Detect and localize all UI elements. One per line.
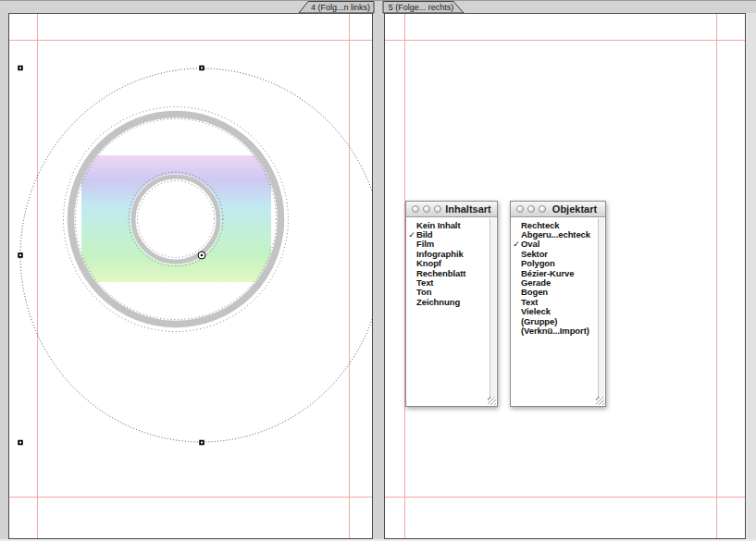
tab-page-4-label[interactable]: 4 (Folg...n links) — [311, 3, 370, 12]
palette-title: Inhaltsart — [445, 203, 493, 215]
cd-image-object[interactable] — [64, 107, 289, 332]
palette-item[interactable]: Text — [512, 297, 598, 306]
palette-item[interactable]: Sektor — [512, 249, 598, 258]
checkmark-icon: ✓ — [512, 240, 521, 249]
minimize-button[interactable] — [527, 205, 535, 213]
selection-handle-bottom-center[interactable] — [199, 440, 204, 446]
selection-handle-top-left[interactable] — [18, 66, 23, 71]
resize-grip-icon[interactable] — [488, 397, 496, 405]
palette-item[interactable]: ✓Oval — [512, 240, 598, 249]
right-pasteboard-strip — [747, 13, 756, 541]
top-pasteboard-strip — [0, 0, 756, 13]
checkmark-icon: ✓ — [407, 230, 416, 240]
palette-item[interactable]: Text — [407, 277, 490, 287]
scrollbar[interactable] — [598, 218, 604, 405]
palette-objektart[interactable]: Objektart Rechteck Abgeru...echteck ✓Ova… — [510, 201, 606, 407]
tab-page-5[interactable]: 5 (Folge... rechts) — [382, 1, 465, 14]
close-button[interactable] — [516, 205, 524, 213]
resize-grip-icon[interactable] — [596, 397, 604, 405]
palette-objektart-list: Rechteck Abgeru...echteck ✓Oval Sektor P… — [512, 219, 598, 405]
tab-page-5-label[interactable]: 5 (Folge... rechts) — [389, 3, 454, 12]
zoom-button[interactable] — [434, 205, 441, 213]
tab-page-4[interactable]: 4 (Folg...n links) — [298, 1, 375, 14]
cd-hole — [133, 177, 218, 262]
selection-handle-bottom-left[interactable] — [18, 440, 23, 446]
palette-title: Objektart — [550, 203, 601, 215]
palette-inhaltsart[interactable]: Inhaltsart Kein Inhalt ✓Bild Film Infogr… — [405, 201, 498, 407]
palette-item[interactable]: Infographik — [407, 249, 490, 258]
palette-item[interactable]: Zeichnung — [407, 297, 490, 306]
palette-item[interactable]: (Verknü...Import) — [512, 326, 598, 335]
palette-item[interactable]: Knopf — [407, 259, 490, 268]
close-button[interactable] — [412, 205, 419, 213]
palette-item[interactable]: Gerade — [512, 277, 598, 287]
palette-item[interactable]: Ton — [407, 288, 490, 297]
palette-item[interactable]: Bogen — [512, 288, 598, 297]
page-4[interactable] — [8, 13, 373, 539]
palette-inhaltsart-list: Kein Inhalt ✓Bild Film Infographik Knopf… — [407, 219, 490, 405]
palette-inhaltsart-titlebar[interactable]: Inhaltsart — [406, 202, 497, 217]
palette-objektart-titlebar[interactable]: Objektart — [511, 202, 605, 217]
palette-item[interactable]: Abgeru...echteck — [512, 229, 598, 239]
scrollbar[interactable] — [490, 218, 496, 405]
zoom-button[interactable] — [539, 205, 546, 213]
palette-item[interactable]: Vieleck — [512, 307, 598, 316]
palette-item[interactable]: Bézier-Kurve — [512, 268, 598, 277]
selection-handle-top-center[interactable] — [199, 66, 204, 71]
page-4-canvas[interactable] — [9, 14, 372, 538]
selection-handle-middle-left[interactable] — [18, 252, 23, 258]
palette-item[interactable]: Film — [407, 240, 490, 249]
minimize-button[interactable] — [423, 205, 430, 213]
left-pasteboard-strip — [0, 13, 8, 539]
palette-item[interactable]: Rechteck — [512, 220, 598, 229]
palette-item[interactable]: Rechenblatt — [407, 268, 490, 277]
center-anchor-marker[interactable] — [198, 252, 205, 259]
palette-item[interactable]: Polygon — [512, 259, 598, 268]
palette-item[interactable]: Kein Inhalt — [407, 220, 490, 229]
palette-item[interactable]: (Gruppe) — [512, 316, 598, 326]
palette-item[interactable]: ✓Bild — [407, 229, 490, 239]
page-gutter — [373, 13, 384, 539]
